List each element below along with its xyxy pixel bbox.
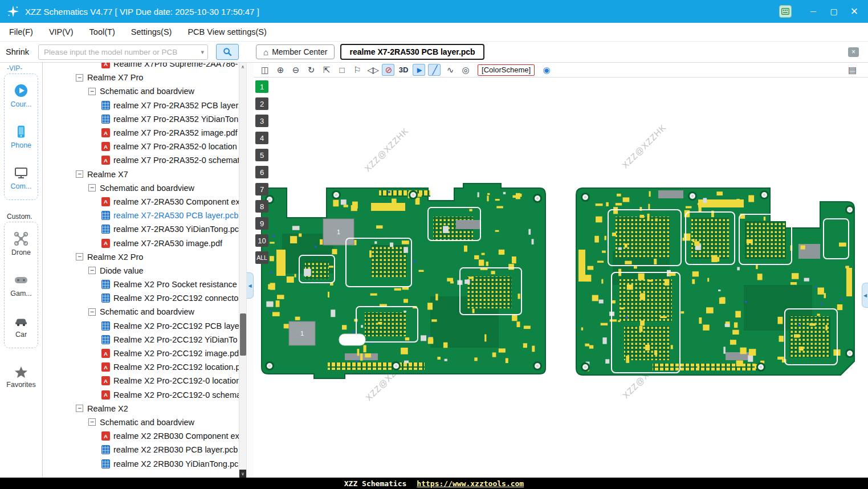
layer-button-3[interactable]: 3 (255, 115, 268, 127)
menu-pcb-view-settings[interactable]: PCB View settings(S) (188, 27, 266, 36)
sidebar-item-course[interactable]: Cour... (11, 83, 32, 108)
ime-badge-icon[interactable] (779, 5, 792, 18)
copy-board-icon[interactable]: □ (335, 64, 348, 76)
member-center-button[interactable]: ⌂ Member Center (256, 44, 335, 59)
net-flag-icon[interactable]: ⚐ (351, 64, 363, 76)
sidebar-item-computer[interactable]: Com... (11, 165, 32, 190)
locate-icon[interactable]: ◎ (459, 64, 471, 76)
tree-item[interactable]: Arealme X7-2RA530 Component ex (43, 195, 246, 209)
tree-item[interactable]: Arealme X7 Pro-2RA352-0 location (43, 140, 246, 153)
scroll-down-icon[interactable]: ∨ (239, 470, 246, 478)
tree-item[interactable]: −Realme X7 Pro (43, 71, 246, 84)
layer-button-1[interactable]: 1 (255, 80, 268, 93)
menu-tool[interactable]: Tool(T) (89, 27, 115, 36)
statusbar-url[interactable]: https://www.xzztools.com (417, 479, 524, 488)
collapse-icon[interactable]: − (76, 405, 83, 412)
sidebar-item-favorites[interactable]: Favorites (6, 365, 35, 389)
tree-item[interactable]: Realme X2 Pro Socket resistance v (43, 278, 246, 291)
tree-scrollbar-thumb[interactable] (240, 313, 246, 356)
collapse-icon[interactable]: − (76, 253, 83, 260)
pcb-canvas[interactable]: 12345678910ALL XZZ@XZZHK XZZ@XZZHK XZZ@X… (254, 78, 868, 478)
tree-item[interactable]: −Realme X2 (43, 402, 246, 415)
tree-item[interactable]: −Diode value (43, 264, 246, 278)
zoom-out-icon[interactable]: ⊖ (289, 64, 301, 76)
tree-item[interactable]: realme X7-2RA530 PCB layer.pcb (43, 209, 246, 222)
pcb-board-image[interactable]: 1 1 (259, 182, 857, 383)
collapse-icon[interactable]: − (88, 184, 96, 191)
layer-button-9[interactable]: 9 (255, 217, 268, 230)
minimize-button[interactable]: ─ (803, 0, 824, 23)
collapse-tree-tab[interactable]: ◀ (247, 272, 254, 299)
collapse-icon[interactable]: − (88, 308, 96, 316)
tree-item[interactable]: realme X2 2RB030 PCB layer.pcb (43, 443, 246, 457)
tree-item[interactable]: Arealme X2 2RB030 Component ex (43, 429, 246, 443)
menu-vip[interactable]: VIP(V) (49, 27, 74, 36)
sidebar-item-game[interactable]: Gam... (10, 272, 32, 298)
dropdown-caret-icon[interactable]: ▾ (201, 48, 205, 56)
tree-item[interactable]: realme X7-2RA530 YiDianTong.pc (43, 222, 246, 236)
collapse-icon[interactable]: − (76, 74, 83, 82)
tree-item[interactable]: Realme X2 Pro-2CC192 PCB layer (43, 319, 246, 333)
zoom-in-icon[interactable]: ⊕ (274, 64, 286, 76)
collapse-right-panel-tab[interactable]: ◀ (862, 283, 868, 308)
pan-mode-icon[interactable]: ► (413, 64, 425, 76)
measure-icon[interactable]: ╱ (428, 64, 441, 76)
collapse-icon[interactable]: − (88, 267, 96, 274)
tree-item[interactable]: Realme X2 Pro-2CC192 YiDianTo (43, 333, 246, 347)
tree-item[interactable]: ARealme X7Pro Supreme-2AA786- (43, 63, 246, 71)
collapse-icon[interactable]: − (88, 418, 96, 426)
panel-splitter[interactable]: ◀ (247, 63, 254, 478)
tree-item[interactable]: Arealme X7-2RA530 image.pdf (43, 236, 246, 250)
layer-button-10[interactable]: 10 (255, 234, 268, 247)
collapse-icon[interactable]: − (88, 88, 96, 95)
search-combo[interactable]: ▾ (38, 44, 208, 60)
sidebar-item-drone[interactable]: Drone (11, 231, 31, 256)
export-board-icon[interactable]: ⇱ (320, 64, 332, 76)
tree-item[interactable]: Realme X2 Pro-2CC192 connector (43, 291, 246, 305)
split-view-icon[interactable]: ◫ (258, 64, 271, 76)
tree-item[interactable]: ARealme X2 Pro-2CC192-0 location (43, 374, 246, 388)
layer-button-5[interactable]: 5 (255, 149, 268, 161)
menu-file[interactable]: File(F) (9, 27, 33, 36)
sidebar-item-phone[interactable]: Phone (11, 124, 31, 149)
tree-item[interactable]: Arealme X7 Pro-2RA352 image.pdf (43, 126, 246, 140)
search-button[interactable] (216, 44, 239, 60)
tree-item[interactable]: realme X7 Pro-2RA352 PCB layer.p (43, 99, 246, 112)
component-display-icon[interactable]: ⊘ (382, 64, 394, 76)
layer-button-6[interactable]: 6 (255, 166, 268, 178)
tree-item[interactable]: ARealme X2 Pro-2CC192-0 schema (43, 388, 246, 402)
tab-pcb-document[interactable]: realme X7-2RA530 PCB layer.pcb (340, 44, 484, 60)
search-input[interactable] (44, 48, 198, 56)
curve-icon[interactable]: ∿ (443, 64, 456, 76)
tree-scrollbar[interactable]: ∧ ∨ (239, 63, 246, 478)
eye-icon[interactable]: ◉ (540, 64, 552, 76)
tree-item[interactable]: −Schematic and boardview (43, 181, 246, 195)
layers-panel-icon[interactable]: ▤ (848, 64, 857, 75)
tree-item[interactable]: −Schematic and boardview (43, 305, 246, 319)
view-3d-button[interactable]: 3D (397, 64, 410, 76)
layer-button-2[interactable]: 2 (255, 97, 268, 110)
colorscheme-button[interactable]: [ColorScheme] (478, 64, 535, 76)
layer-button-4[interactable]: 4 (255, 132, 268, 144)
tree-item[interactable]: realme X7 Pro-2RA352 YiDianTon (43, 112, 246, 126)
layer-button-8[interactable]: 8 (255, 200, 268, 213)
tree-item[interactable]: ARealme X2 Pro-2CC192 location.p (43, 360, 246, 374)
tree-item[interactable]: −Realme X2 Pro (43, 250, 246, 264)
layer-button-7[interactable]: 7 (255, 183, 268, 195)
close-document-icon[interactable]: × (848, 47, 859, 57)
tree-item[interactable]: −Realme X7 (43, 168, 246, 181)
flip-horizontal-icon[interactable]: ◁▷ (366, 64, 379, 76)
tree-item[interactable]: Arealme X7 Pro-2RA352-0 schemat (43, 153, 246, 167)
reset-view-icon[interactable]: ↻ (304, 64, 317, 76)
close-button[interactable]: × (844, 0, 865, 23)
menu-settings[interactable]: Settings(S) (131, 27, 172, 36)
tree-item[interactable]: −Schematic and boardview (43, 84, 246, 98)
collapse-icon[interactable]: − (76, 170, 83, 178)
layer-button-all[interactable]: ALL (255, 251, 268, 264)
maximize-button[interactable]: ▢ (824, 0, 844, 23)
tree-item[interactable]: realme X2 2RB030 YiDianTong.pc (43, 457, 246, 470)
tree-item[interactable]: −Schematic and boardview (43, 415, 246, 429)
scroll-up-icon[interactable]: ∧ (239, 63, 246, 71)
shrink-button[interactable]: Shrink (6, 47, 29, 56)
tree-item[interactable]: ARealme X2 Pro-2CC192 image.pd (43, 347, 246, 360)
